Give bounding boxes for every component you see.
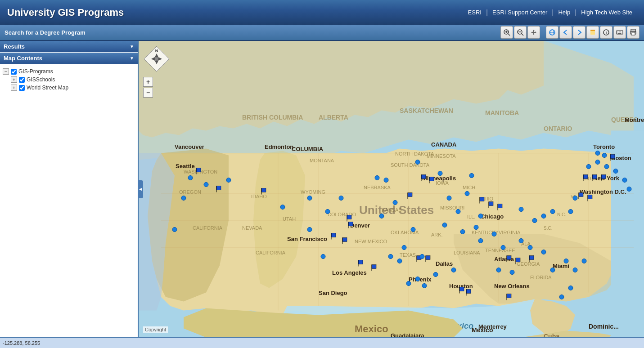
svg-rect-154 (592, 175, 597, 179)
sidebar-collapse-handle[interactable]: ◄ (138, 180, 143, 198)
svg-point-237 (155, 57, 158, 61)
svg-point-183 (388, 254, 393, 259)
svg-point-196 (528, 245, 532, 250)
results-collapse-arrow[interactable]: ▼ (130, 44, 134, 49)
world-street-map-expander[interactable]: + (11, 85, 17, 91)
svg-point-222 (541, 214, 546, 219)
svg-text:NEVADA: NEVADA (242, 225, 262, 231)
app-title: University GIS Programs (7, 7, 124, 18)
svg-text:Chicago: Chicago (481, 213, 504, 220)
svg-point-213 (406, 281, 411, 286)
svg-text:Toronto: Toronto (593, 143, 615, 150)
svg-point-225 (460, 230, 465, 234)
svg-text:FLORIDA: FLORIDA (530, 275, 552, 280)
svg-text:Edmonton: Edmonton (265, 143, 293, 150)
svg-point-198 (550, 268, 555, 272)
back-button[interactable] (559, 26, 572, 39)
svg-rect-116 (331, 233, 336, 237)
world-street-map-checkbox[interactable] (19, 85, 25, 91)
svg-rect-156 (601, 175, 606, 179)
svg-text:CANADA: CANADA (431, 141, 457, 148)
coordinates-display: -125.288, 58.255 (3, 340, 40, 346)
nav-diamond: N (143, 45, 170, 72)
svg-rect-10 (590, 30, 595, 31)
map-svg: Gulf of Mexico Mexico Cuba ALBERTA SASKA… (139, 41, 644, 337)
svg-point-207 (613, 169, 618, 174)
svg-text:ARK.: ARK. (431, 232, 443, 237)
svg-text:Phoenix: Phoenix (409, 276, 432, 283)
svg-point-182 (402, 245, 406, 250)
svg-point-186 (447, 196, 451, 201)
app-header: University GIS Programs ESRI | ESRI Supp… (0, 0, 644, 25)
svg-point-205 (595, 160, 600, 165)
svg-text:ILL.: ILL. (467, 214, 475, 219)
svg-point-203 (573, 196, 577, 201)
svg-point-193 (492, 232, 496, 236)
gisschools-checkbox[interactable] (19, 77, 25, 83)
svg-point-172 (172, 228, 177, 232)
svg-text:ONTARIO: ONTARIO (544, 125, 572, 132)
svg-point-23 (635, 32, 635, 33)
layer-world-street-map: + World Street Map (11, 84, 135, 92)
toolbar-tools: i (500, 26, 639, 39)
svg-text:N.C.: N.C. (557, 212, 566, 217)
map-zoom-out-button[interactable]: − (143, 88, 153, 98)
map-contents-panel-header: Map Contents ▼ (0, 53, 138, 64)
svg-text:NEBRASKA: NEBRASKA (364, 185, 391, 190)
bookmark-button[interactable] (586, 26, 599, 39)
svg-point-224 (519, 207, 523, 212)
svg-text:Washington D.C.: Washington D.C. (580, 188, 626, 195)
gis-programs-checkbox[interactable] (11, 69, 17, 75)
svg-text:CALIFORNIA: CALIFORNIA (193, 225, 223, 231)
svg-rect-118 (342, 238, 347, 242)
map-container[interactable]: Gulf of Mexico Mexico Cuba ALBERTA SASKA… (139, 41, 644, 337)
svg-point-208 (622, 178, 627, 183)
svg-rect-124 (347, 215, 351, 219)
pan-button[interactable] (527, 26, 540, 39)
svg-text:Seattle: Seattle (176, 163, 195, 170)
nav-esri[interactable]: ESRI (464, 9, 486, 16)
forward-button[interactable] (573, 26, 585, 39)
svg-point-215 (433, 272, 438, 277)
map-zoom-in-button[interactable]: + (143, 77, 153, 87)
nav-links: ESRI | ESRI Support Center | Help | High… (464, 9, 637, 17)
svg-text:MONTANA: MONTANA (310, 158, 334, 163)
svg-text:Dominic...: Dominic... (589, 323, 619, 330)
svg-point-168 (188, 176, 193, 180)
print-button[interactable] (627, 26, 639, 39)
zoom-out-button[interactable] (514, 26, 527, 39)
svg-text:COLORADO: COLORADO (328, 212, 356, 217)
nav-hightech[interactable]: High Tech Web Site (576, 9, 637, 16)
svg-point-206 (604, 165, 609, 169)
svg-rect-142 (516, 258, 520, 262)
svg-rect-120 (358, 260, 363, 264)
svg-point-184 (415, 160, 420, 165)
svg-point-174 (321, 254, 325, 259)
gis-programs-expander[interactable]: − (3, 68, 9, 75)
nav-help[interactable]: Help (554, 9, 575, 16)
svg-point-229 (559, 295, 564, 299)
svg-point-192 (478, 239, 483, 243)
svg-rect-110 (196, 168, 201, 172)
nav-esri-support[interactable]: ESRI Support Center (488, 9, 552, 16)
svg-text:MINNESOTA: MINNESOTA (427, 153, 456, 159)
zoom-control: + − (143, 77, 153, 98)
globe-button[interactable] (546, 26, 558, 39)
info-button[interactable]: i (600, 26, 612, 39)
svg-text:New Orleans: New Orleans (494, 283, 530, 290)
svg-point-200 (573, 268, 577, 272)
svg-rect-112 (216, 186, 221, 190)
results-label: Results (4, 43, 25, 50)
toolbar: Search for a Degree Program i (0, 25, 644, 41)
svg-point-218 (422, 284, 427, 288)
svg-point-175 (280, 205, 285, 210)
map-contents-collapse-arrow[interactable]: ▼ (130, 56, 134, 61)
keyboard-button[interactable] (613, 26, 626, 39)
gisschools-expander[interactable]: + (11, 76, 17, 83)
layer-gis-programs: − GIS-Programs (3, 67, 135, 76)
svg-point-210 (496, 268, 501, 272)
svg-point-170 (181, 196, 186, 201)
svg-point-209 (627, 187, 631, 192)
svg-rect-11 (590, 31, 595, 35)
zoom-in-button[interactable] (500, 26, 513, 39)
